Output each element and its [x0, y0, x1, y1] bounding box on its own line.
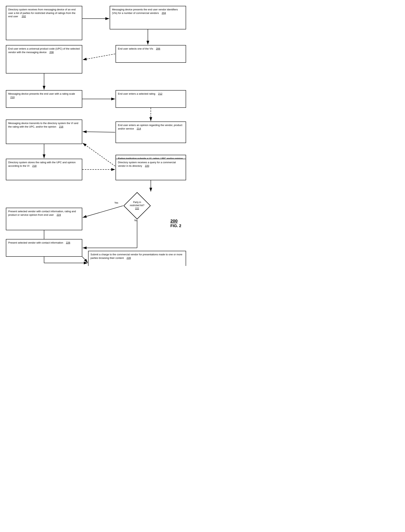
box-224: Present selected vendor with contact inf… — [6, 208, 82, 230]
fig-label: 200 FIG. 2 — [170, 218, 181, 228]
box-218-ref: 218 — [32, 164, 37, 167]
box-206-text: End user selects one of the VIs — [118, 47, 153, 50]
box-220-ref: 220 — [145, 164, 149, 167]
box-204-ref: 204 — [162, 12, 166, 14]
box-210-text: Messaging device presents the end user w… — [8, 92, 75, 95]
box-204: Messaging device presents the end user v… — [110, 6, 186, 29]
svg-line-9 — [83, 143, 115, 166]
diamond-222: Party in restricted list? 222 Yes No — [123, 192, 151, 220]
box-226-ref: 226 — [66, 241, 70, 244]
box-206-ref: 206 — [156, 47, 160, 50]
box-226-text: Present selected vendor with contact inf… — [8, 241, 63, 244]
box-216-ref: 216 — [59, 125, 63, 128]
box-228: Submit a charge to the commercial vendor… — [88, 251, 186, 266]
svg-line-18 — [82, 257, 88, 263]
box-206: End user selects one of the VIs 206 — [115, 45, 186, 63]
box-204-text: Messaging device presents the end user v… — [112, 8, 178, 14]
box-224-text: Present selected vendor with contact inf… — [8, 210, 76, 216]
box-202-text: Directory system receives from messaging… — [8, 8, 76, 18]
box-228-ref: 228 — [127, 257, 131, 259]
svg-text:restricted list?: restricted list? — [130, 204, 144, 207]
box-210-ref: 210 — [10, 96, 15, 99]
box-202: Directory system receives from messaging… — [6, 6, 82, 40]
box-212-text: End user enters a selected rating — [118, 92, 155, 95]
box-208: End user enters a universal product code… — [6, 45, 82, 74]
svg-line-13 — [83, 206, 123, 218]
box-220: Directory system receives a query for a … — [115, 159, 186, 180]
box-214: End user enters an opinion regarding the… — [115, 122, 186, 143]
box-226: Present selected vendor with contact inf… — [6, 239, 82, 257]
svg-line-8 — [83, 132, 115, 132]
box-212: End user enters a selected rating 212 — [115, 90, 186, 108]
svg-text:222: 222 — [135, 207, 139, 210]
svg-line-4 — [83, 54, 115, 60]
flowchart-diagram: Directory system receives from messaging… — [0, 0, 202, 266]
box-212-ref: 212 — [158, 92, 162, 95]
box-228-text: Submit a charge to the commercial vendor… — [90, 253, 182, 259]
box-218: Directory system stores the rating with … — [6, 159, 82, 180]
svg-text:Party in: Party in — [133, 201, 141, 204]
diamond-no-label: No — [134, 219, 137, 222]
box-216-text: Messaging device transmits to the direct… — [8, 122, 78, 128]
box-202-ref: 202 — [22, 15, 26, 18]
box-208-ref: 208 — [49, 51, 54, 54]
box-218-text: Directory system stores the rating with … — [8, 161, 76, 167]
diamond-yes-label: Yes — [114, 201, 118, 204]
box-214-text: End user enters an opinion regarding the… — [118, 124, 182, 130]
box-214-ref: 214 — [137, 127, 141, 130]
box-208-text: End user enters a universal product code… — [8, 47, 80, 54]
box-224-ref: 224 — [57, 213, 61, 216]
box-216: Messaging device transmits to the direct… — [6, 120, 82, 144]
box-210: Messaging device presents the end user w… — [6, 90, 82, 108]
